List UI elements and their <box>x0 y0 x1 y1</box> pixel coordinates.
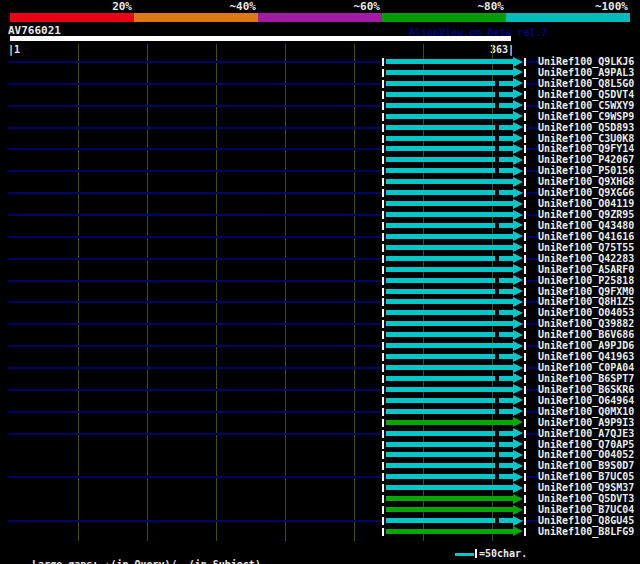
alignment-row: UniRef100_P42067 <box>0 154 640 165</box>
hsp-bar[interactable] <box>386 59 513 64</box>
hit-id-label[interactable]: UniRef100_Q41963 <box>538 351 634 362</box>
hsp-bar[interactable] <box>386 136 513 141</box>
hsp-bar[interactable] <box>386 278 513 283</box>
hsp-bar[interactable] <box>386 157 513 162</box>
hsp-bar[interactable] <box>386 81 513 86</box>
hsp-bar[interactable] <box>386 146 513 151</box>
hit-id-label[interactable]: UniRef100_B7UC05 <box>538 471 634 482</box>
hsp-bar[interactable] <box>386 452 513 457</box>
hit-id-label[interactable]: UniRef100_A9PAL3 <box>538 67 634 78</box>
hsp-bar[interactable] <box>386 474 513 479</box>
hsp-bar[interactable] <box>386 289 513 294</box>
hit-id-label[interactable]: UniRef100_O04119 <box>538 198 634 209</box>
hsp-bar[interactable] <box>386 125 513 130</box>
hit-id-label[interactable]: UniRef100_C0PA04 <box>538 362 634 373</box>
hsp-bar[interactable] <box>386 103 513 108</box>
hit-id-label[interactable]: UniRef100_C3U0K8 <box>538 133 634 144</box>
hit-id-label[interactable]: UniRef100_P25818 <box>538 275 634 286</box>
hsp-end-tick <box>524 266 526 274</box>
hit-id-label[interactable]: UniRef100_B6V686 <box>538 329 634 340</box>
hsp-bar[interactable] <box>386 365 513 370</box>
hsp-bar[interactable] <box>386 256 513 261</box>
subject-gap-mark <box>495 289 499 294</box>
subject-continues-arrowhead-icon <box>513 516 523 526</box>
hit-id-label[interactable]: UniRef100_B8LFG9 <box>538 526 634 537</box>
hit-id-label[interactable]: UniRef100_Q43480 <box>538 220 634 231</box>
hit-id-label[interactable]: UniRef100_Q0MX10 <box>538 406 634 417</box>
hit-id-label[interactable]: UniRef100_A9P9I3 <box>538 417 634 428</box>
hit-id-label[interactable]: UniRef100_Q9FXM0 <box>538 286 634 297</box>
hsp-bar[interactable] <box>386 387 513 392</box>
hit-id-label[interactable]: UniRef100_A9PJD6 <box>538 340 634 351</box>
hit-id-label[interactable]: UniRef100_A5ARF0 <box>538 264 634 275</box>
hit-id-label[interactable]: UniRef100_Q9ZR95 <box>538 209 634 220</box>
hit-id-label[interactable]: UniRef100_P50156 <box>538 165 634 176</box>
hsp-bar[interactable] <box>386 442 513 447</box>
hit-id-label[interactable]: UniRef100_Q70AP5 <box>538 439 634 450</box>
hsp-bar[interactable] <box>386 245 513 250</box>
hsp-bar[interactable] <box>386 409 513 414</box>
hsp-bar[interactable] <box>386 92 513 97</box>
hsp-end-tick <box>524 375 526 383</box>
hit-id-label[interactable]: UniRef100_A7QJE3 <box>538 428 634 439</box>
hsp-start-tick <box>382 266 384 274</box>
subject-continues-arrowhead-icon <box>513 461 523 471</box>
hit-id-label[interactable]: UniRef100_C9WSP9 <box>538 111 634 122</box>
hsp-bar[interactable] <box>386 463 513 468</box>
hit-id-label[interactable]: UniRef100_Q42283 <box>538 253 634 264</box>
hit-id-label[interactable]: UniRef100_B6SKR6 <box>538 384 634 395</box>
hit-id-label[interactable]: UniRef100_Q8L5G0 <box>538 78 634 89</box>
hit-id-label[interactable]: UniRef100_Q9XGG6 <box>538 187 634 198</box>
hsp-bar[interactable] <box>386 168 513 173</box>
hit-id-label[interactable]: UniRef100_O04053 <box>538 307 634 318</box>
hsp-bar[interactable] <box>386 332 513 337</box>
hit-id-label[interactable]: UniRef100_Q9FY14 <box>538 143 634 154</box>
subject-continues-arrowhead-icon <box>513 100 523 110</box>
hsp-bar[interactable] <box>386 190 513 195</box>
hsp-bar[interactable] <box>386 420 513 425</box>
hsp-bar[interactable] <box>386 70 513 75</box>
hsp-end-tick <box>524 517 526 525</box>
hsp-bar[interactable] <box>386 343 513 348</box>
hit-id-label[interactable]: UniRef100_Q5D893 <box>538 122 634 133</box>
hsp-end-tick <box>524 473 526 481</box>
hit-id-label[interactable]: UniRef100_Q9LKJ6 <box>538 56 634 67</box>
hsp-bar[interactable] <box>386 485 513 490</box>
hsp-bar[interactable] <box>386 310 513 315</box>
hsp-bar[interactable] <box>386 398 513 403</box>
hit-id-label[interactable]: UniRef100_Q8GU45 <box>538 515 634 526</box>
hit-id-label[interactable]: UniRef100_O64964 <box>538 395 634 406</box>
hsp-bar[interactable] <box>386 223 513 228</box>
hsp-bar[interactable] <box>386 518 513 523</box>
hsp-bar[interactable] <box>386 201 513 206</box>
hsp-bar[interactable] <box>386 114 513 119</box>
hit-id-label[interactable]: UniRef100_Q5DVT3 <box>538 493 634 504</box>
hit-id-label[interactable]: UniRef100_Q9XHG8 <box>538 176 634 187</box>
hit-id-label[interactable]: UniRef100_Q75T55 <box>538 242 634 253</box>
scale-segment <box>382 13 506 22</box>
hit-id-label[interactable]: UniRef100_Q9SM37 <box>538 482 634 493</box>
hit-id-label[interactable]: UniRef100_Q39882 <box>538 318 634 329</box>
hsp-bar[interactable] <box>386 376 513 381</box>
hsp-bar[interactable] <box>386 496 513 501</box>
hit-id-label[interactable]: UniRef100_Q8H1Z5 <box>538 296 634 307</box>
hsp-bar[interactable] <box>386 507 513 512</box>
hsp-bar[interactable] <box>386 212 513 217</box>
hit-id-label[interactable]: UniRef100_P42067 <box>538 154 634 165</box>
hsp-bar[interactable] <box>386 529 513 534</box>
hsp-bar[interactable] <box>386 267 513 272</box>
hsp-bar[interactable] <box>386 431 513 436</box>
hsp-bar[interactable] <box>386 354 513 359</box>
hsp-bar[interactable] <box>386 234 513 239</box>
alignment-row: UniRef100_B6SKR6 <box>0 384 640 395</box>
hit-id-label[interactable]: UniRef100_B9S0D7 <box>538 460 634 471</box>
hsp-bar[interactable] <box>386 179 513 184</box>
hit-id-label[interactable]: UniRef100_B6SPT7 <box>538 373 634 384</box>
hsp-bar[interactable] <box>386 321 513 326</box>
hit-id-label[interactable]: UniRef100_O04052 <box>538 449 634 460</box>
hit-id-label[interactable]: UniRef100_B7UC04 <box>538 504 634 515</box>
hit-id-label[interactable]: UniRef100_Q41616 <box>538 231 634 242</box>
hit-id-label[interactable]: UniRef100_C5WXY9 <box>538 100 634 111</box>
hsp-bar[interactable] <box>386 299 513 304</box>
hit-id-label[interactable]: UniRef100_Q5DVT4 <box>538 89 634 100</box>
